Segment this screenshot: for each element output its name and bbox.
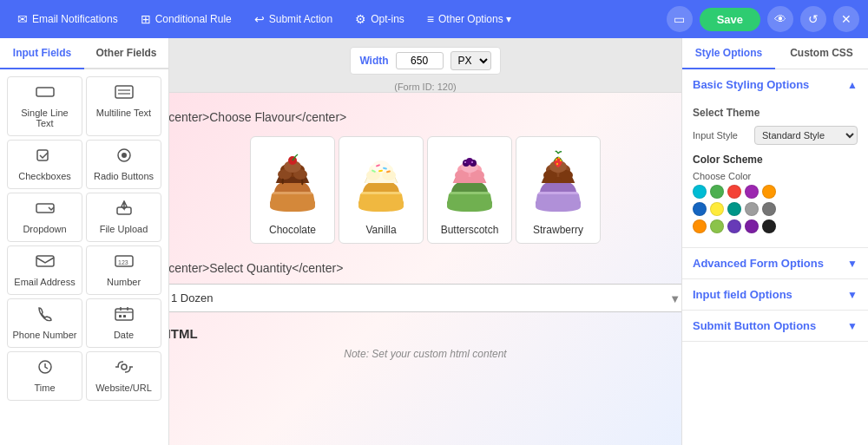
cupcake-strawberry-img [524, 144, 592, 220]
field-date[interactable]: Date [86, 298, 161, 348]
svg-point-55 [556, 163, 558, 165]
choose-color-label: Choose Color [693, 171, 858, 181]
field-multiline-text[interactable]: Multiline Text [86, 76, 161, 136]
color-dot-deeppurple[interactable] [727, 219, 741, 233]
cupcake-strawberry[interactable]: Strawberry [516, 136, 601, 244]
input-style-select[interactable]: Standard Style Flat Style Material Style [754, 126, 858, 145]
checkboxes-icon [36, 147, 55, 167]
submit-button-options-header[interactable]: Submit Button Options ▼ [682, 311, 868, 341]
input-field-options-section: Input field Options ▼ [682, 279, 868, 311]
email-icon: ✉ [17, 12, 28, 26]
color-dot-yellow[interactable] [710, 202, 724, 216]
width-unit-select[interactable]: PX % [450, 51, 491, 70]
optins-icon: ⚙ [355, 12, 366, 26]
field-website-url[interactable]: Website/URL [86, 351, 161, 401]
width-label: Width [359, 55, 388, 67]
form-canvas-area: Width PX % (Form ID: 120) <center>Choose… [169, 38, 681, 445]
close-button[interactable]: ✕ [833, 6, 859, 32]
tab-other-fields[interactable]: Other Fields [84, 38, 168, 69]
field-email-address[interactable]: Email Address [7, 245, 82, 295]
field-single-line-text[interactable]: Single Line Text [7, 76, 82, 136]
undo-button[interactable]: ↺ [800, 6, 826, 32]
sidebar-fields-wrapper: Single Line Text Multiline Text Checkbox… [0, 69, 168, 445]
color-dot-amber[interactable] [693, 219, 707, 233]
width-input[interactable] [396, 52, 444, 69]
quantity-select[interactable]: 1 Dozen 2 Dozen 3 Dozen [169, 284, 681, 312]
basic-styling-body: Select Theme Input Style Standard Style … [682, 100, 868, 247]
cupcake-strawberry-label: Strawberry [533, 224, 583, 236]
color-dot-grey[interactable] [745, 202, 759, 216]
svg-point-44 [466, 158, 473, 165]
cupcake-vanilla[interactable]: Vanilla [339, 136, 424, 244]
preview-button[interactable]: 👁 [767, 6, 793, 32]
field-time[interactable]: Time [7, 351, 82, 401]
canvas-toolbar: Width PX % [350, 47, 500, 75]
submit-button-options-section: Submit Button Options ▼ [682, 311, 868, 342]
color-dot-orange[interactable] [762, 185, 776, 199]
field-file-upload[interactable]: File Upload [86, 193, 161, 242]
save-button[interactable]: Save [700, 8, 760, 31]
email-field-icon [36, 253, 55, 273]
advanced-form-section: Advanced Form Options ▼ [682, 248, 868, 279]
basic-styling-header[interactable]: Basic Styling Options ▲ [682, 69, 868, 100]
tab-style-options[interactable]: Style Options [682, 38, 775, 69]
input-style-row: Input Style Standard Style Flat Style Ma… [693, 126, 858, 145]
sidebar-fields-grid: Single Line Text Multiline Text Checkbox… [0, 69, 168, 408]
nav-email-notifications[interactable]: ✉ Email Notifications [9, 8, 127, 30]
svg-rect-7 [36, 204, 54, 213]
color-dot-lightgreen[interactable] [710, 219, 724, 233]
form-canvas: <center>Choose Flavour</center> [169, 92, 681, 445]
url-icon [115, 359, 134, 379]
tab-custom-css[interactable]: Custom CSS [775, 38, 868, 69]
field-phone-number[interactable]: Phone Number [7, 298, 82, 348]
svg-point-53 [558, 157, 560, 159]
svg-point-52 [556, 159, 557, 160]
color-dot-purple[interactable] [745, 185, 759, 199]
field-number[interactable]: 123 Number [86, 245, 161, 295]
cupcake-butterscotch[interactable]: Butterscotch [427, 136, 512, 244]
field-dropdown[interactable]: Dropdown [7, 193, 82, 242]
left-sidebar: Input Fields Other Fields Single Line Te… [0, 38, 169, 445]
svg-rect-16 [119, 315, 122, 317]
cupcake-chocolate[interactable]: Chocolate [250, 136, 335, 244]
cupcake-butterscotch-img [436, 144, 503, 220]
cupcake-chocolate-label: Chocolate [269, 224, 316, 236]
tab-input-fields[interactable]: Input Fields [0, 38, 84, 69]
nav-conditional-rule[interactable]: ⊞ Conditional Rule [132, 8, 240, 30]
input-field-options-header[interactable]: Input field Options ▼ [682, 279, 868, 310]
color-dots-row1 [693, 185, 858, 199]
svg-point-46 [471, 161, 473, 163]
svg-rect-17 [123, 315, 126, 317]
color-dot-red[interactable] [727, 185, 741, 199]
sidebar-tabs: Input Fields Other Fields [0, 38, 168, 69]
single-line-icon [36, 84, 55, 104]
dropdown-icon [36, 200, 55, 220]
color-dot-teal[interactable] [727, 202, 741, 216]
color-dot-cyan[interactable] [693, 185, 707, 199]
nav-right-controls: ▭ Save 👁 ↺ ✕ [667, 6, 859, 32]
file-upload-icon [115, 200, 134, 220]
right-tabs: Style Options Custom CSS [682, 38, 868, 69]
svg-point-54 [560, 160, 562, 161]
color-dot-black[interactable] [762, 219, 776, 233]
layout-toggle-button[interactable]: ▭ [667, 6, 693, 32]
color-dot-darkpurple[interactable] [745, 219, 759, 233]
conditional-icon: ⊞ [141, 12, 151, 26]
html-section-title: HTML [169, 326, 681, 341]
nav-other-options[interactable]: ≡ Other Options ▾ [418, 8, 520, 30]
cupcake-grid: Chocolate [169, 136, 681, 244]
color-dot-green[interactable] [710, 185, 724, 199]
form-id: (Form ID: 120) [394, 82, 457, 92]
cupcake-chocolate-img [259, 144, 326, 220]
submit-button-expand-icon: ▼ [847, 320, 858, 332]
field-radio-buttons[interactable]: Radio Buttons [86, 140, 161, 189]
field-checkboxes[interactable]: Checkboxes [7, 140, 82, 189]
color-dots-row3 [693, 219, 858, 233]
color-dot-darkgrey[interactable] [762, 202, 776, 216]
svg-point-45 [464, 161, 466, 163]
color-dot-darkblue[interactable] [693, 202, 707, 216]
nav-submit-action[interactable]: ↩ Submit Action [246, 8, 341, 30]
input-field-expand-icon: ▼ [847, 289, 858, 301]
nav-opt-ins[interactable]: ⚙ Opt-ins [346, 8, 413, 30]
advanced-form-header[interactable]: Advanced Form Options ▼ [682, 248, 868, 278]
